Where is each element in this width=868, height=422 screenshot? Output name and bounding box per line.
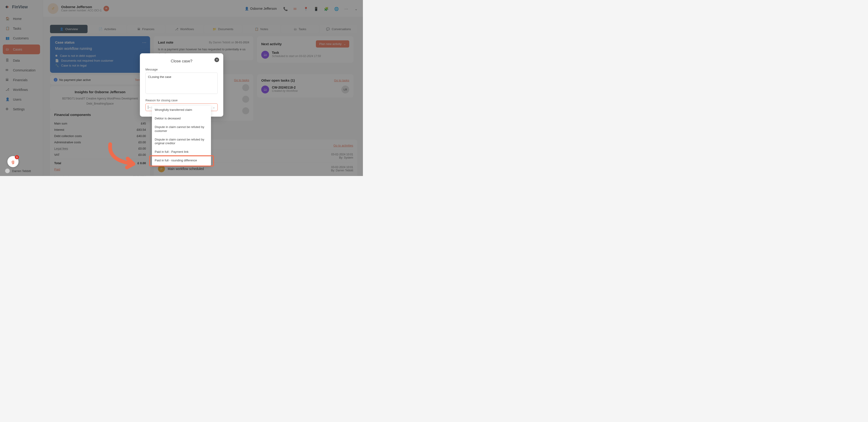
- user-avatar: [5, 169, 10, 173]
- dropdown-option[interactable]: Paid in full - Payment link: [152, 148, 211, 156]
- dropdown-option[interactable]: Dispute in claim cannot be refuted by or…: [152, 135, 211, 148]
- message-textarea[interactable]: [146, 73, 218, 94]
- chevron-down-icon: ⌄: [213, 106, 215, 109]
- dropdown-option[interactable]: Debtor is deceased: [152, 114, 211, 123]
- message-label: Message: [146, 68, 218, 71]
- reason-dropdown: Wrongfully transferred claim Debtor is d…: [152, 106, 211, 166]
- reason-label: Reason for closing case: [146, 99, 218, 102]
- help-badge: 9: [15, 155, 19, 159]
- modal-close-button[interactable]: ✕: [214, 57, 219, 62]
- dropdown-option[interactable]: Paid in full - rounding difference: [152, 156, 211, 165]
- current-user[interactable]: Darren Tebbitt: [5, 169, 31, 173]
- dropdown-option[interactable]: Dispute in claim cannot be refuted by cu…: [152, 123, 211, 135]
- current-user-name: Darren Tebbitt: [12, 169, 31, 173]
- modal-title: Close case?: [146, 59, 218, 63]
- dropdown-option[interactable]: Paid in full - settlement paid: [152, 165, 211, 166]
- dropdown-option[interactable]: Wrongfully transferred claim: [152, 106, 211, 114]
